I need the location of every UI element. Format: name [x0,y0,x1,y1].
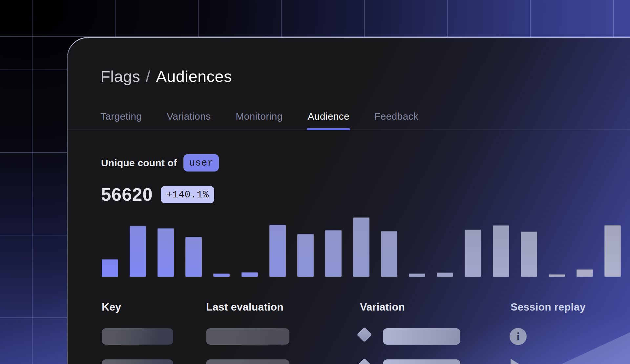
breadcrumb: Flags / Audiences [100,67,232,86]
chart-bar [381,231,397,277]
chart-bar [577,269,593,277]
skeleton-last-evaluation-cell [206,328,289,345]
flags-audience-card: Flags / Audiences Targeting Variations M… [67,37,630,364]
info-icon: i [510,328,527,345]
skeleton-key-cell [102,328,173,345]
play-icon [511,359,524,364]
chart-bar [465,230,481,277]
variation-diamond-icon [357,327,372,342]
audience-bar-chart [102,216,621,277]
chart-bar [604,225,621,277]
metric-value: 56620 [101,184,153,205]
column-header-variation: Variation [360,301,405,313]
chart-bar [549,274,565,277]
skeleton-variation-cell [383,328,460,345]
chart-bar [437,273,453,277]
skeleton-last-evaluation-cell [206,359,289,364]
chart-bar [521,232,537,277]
chart-bar [493,225,509,277]
breadcrumb-flags-link[interactable]: Flags [100,67,140,86]
table-row [67,359,630,364]
chart-bar [185,237,202,277]
page-title: Audiences [156,67,232,86]
chart-bar [409,273,425,277]
entity-badge: user [183,154,219,172]
tab-monitoring[interactable]: Monitoring [236,111,283,130]
tab-bar: Targeting Variations Monitoring Audience… [100,111,418,130]
column-header-session-replay: Session replay [511,301,586,313]
table-header-row: Key Last evaluation Variation Session re… [67,301,630,314]
chart-bar [158,228,174,277]
change-badge: +140.1% [161,186,215,203]
screenshot-root: Flags / Audiences Targeting Variations M… [0,0,630,364]
skeleton-key-cell [102,359,173,364]
tab-feedback[interactable]: Feedback [374,111,418,130]
chart-bar [353,217,369,277]
tab-bar-divider [67,130,630,130]
metric-label-row: Unique count of user [101,154,219,172]
table-row: i [67,328,630,345]
chart-bar [269,225,286,277]
chart-bar [213,273,230,277]
tab-targeting[interactable]: Targeting [100,111,142,130]
chart-bar [130,226,146,277]
tab-audience-label: Audience [307,111,349,122]
chart-bar [325,230,342,277]
chart-bar [242,272,258,277]
tab-variations[interactable]: Variations [167,111,211,130]
breadcrumb-separator: / [146,67,150,86]
skeleton-variation-cell [383,359,460,364]
column-header-last-evaluation: Last evaluation [206,301,284,313]
column-header-key: Key [102,301,121,313]
variation-diamond-icon [357,358,372,364]
tab-audience[interactable]: Audience [307,111,349,130]
chart-bar [102,259,118,277]
chart-bar [297,234,314,277]
metric-label: Unique count of [101,157,177,169]
metric-value-row: 56620 +140.1% [101,184,214,205]
